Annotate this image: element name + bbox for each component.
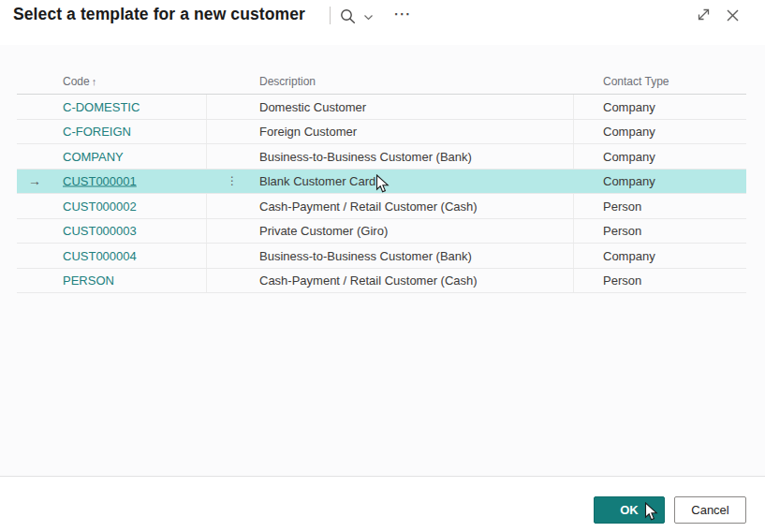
table-row[interactable]: CUST000004 Business-to-Business Customer…	[17, 244, 746, 269]
template-description: Foreign Customer	[259, 125, 357, 139]
template-code-link[interactable]: CUST000003	[63, 224, 137, 238]
contact-type: Person	[603, 224, 641, 238]
template-description: Business-to-Business Customer (Bank)	[259, 149, 472, 163]
table-row[interactable]: PERSON Cash-Payment / Retail Customer (C…	[17, 269, 746, 294]
template-description: Cash-Payment / Retail Customer (Cash)	[259, 273, 478, 288]
template-code-link[interactable]: CUST000001	[63, 174, 137, 188]
chevron-down-icon[interactable]	[362, 11, 375, 23]
selected-row-arrow-icon: →	[28, 173, 41, 188]
template-code-link[interactable]: CUST000004	[63, 248, 137, 262]
column-header-description[interactable]: Description	[259, 75, 316, 88]
row-menu-icon[interactable]: ⋮	[227, 174, 238, 187]
template-description: Blank Customer Card	[259, 174, 375, 188]
sort-ascending-icon: ↑	[92, 76, 97, 87]
search-icon[interactable]	[339, 7, 357, 25]
contact-type: Company	[603, 248, 655, 262]
table-row[interactable]: COMPANY Business-to-Business Customer (B…	[17, 144, 746, 170]
contact-type: Company	[603, 99, 655, 113]
template-description: Cash-Payment / Retail Customer (Cash)	[259, 199, 478, 213]
template-description: Private Customer (Giro)	[259, 224, 388, 238]
table-row[interactable]: CUST000002 Cash-Payment / Retail Custome…	[17, 194, 746, 219]
cancel-button[interactable]: Cancel	[674, 496, 746, 524]
titlebar-divider	[330, 7, 331, 24]
page-title: Select a template for a new customer	[13, 5, 305, 24]
table-row[interactable]: C-FOREIGN Foreign Customer Company	[17, 120, 746, 145]
contact-type: Person	[603, 273, 641, 288]
footer-divider	[0, 476, 765, 477]
contact-type: Company	[603, 125, 655, 139]
ok-button[interactable]: OK	[594, 496, 665, 524]
contact-type: Company	[603, 174, 655, 188]
template-picker-dialog: Select a template for a new customer ⋯	[0, 0, 765, 532]
table-row[interactable]: C-DOMESTIC Domestic Customer Company	[17, 95, 746, 120]
contact-type: Company	[603, 149, 655, 163]
template-description: Business-to-Business Customer (Bank)	[259, 248, 472, 262]
more-options-icon[interactable]: ⋯	[393, 2, 412, 26]
template-code-link[interactable]: C-DOMESTIC	[63, 99, 140, 113]
contact-type: Person	[603, 199, 641, 213]
column-header-contact-type[interactable]: Contact Type	[603, 75, 669, 88]
template-code-link[interactable]: CUST000002	[63, 199, 137, 213]
column-header-code-label: Code	[63, 75, 90, 88]
template-code-link[interactable]: COMPANY	[63, 149, 124, 163]
template-code-link[interactable]: PERSON	[63, 273, 114, 288]
column-header-code[interactable]: Code↑	[63, 75, 96, 88]
table-row[interactable]: → CUST000001 ⋮ Blank Customer Card Compa…	[17, 170, 746, 195]
dialog-titlebar: Select a template for a new customer ⋯	[0, 0, 765, 45]
expand-icon[interactable]	[695, 6, 713, 23]
table-row[interactable]: CUST000003 Private Customer (Giro) Perso…	[17, 219, 746, 244]
template-code-link[interactable]: C-FOREIGN	[63, 125, 131, 139]
template-description: Domestic Customer	[259, 99, 366, 113]
close-icon[interactable]	[725, 7, 741, 23]
